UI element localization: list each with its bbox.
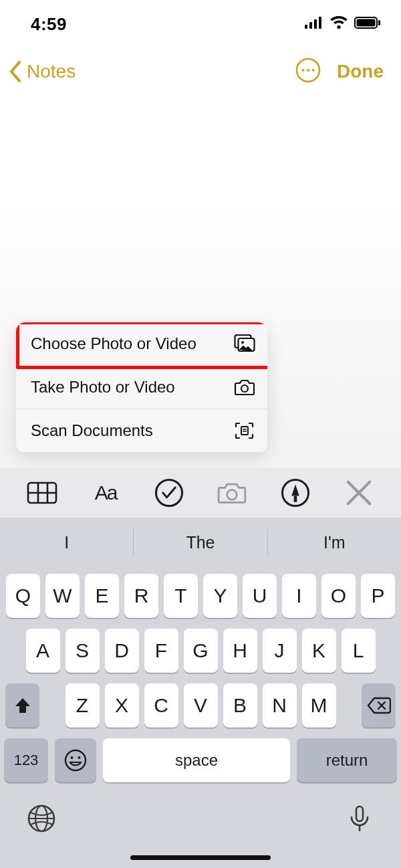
svg-rect-6 bbox=[378, 20, 380, 25]
key-v[interactable]: V bbox=[184, 683, 218, 728]
status-time: 4:59 bbox=[31, 14, 67, 35]
svg-rect-2 bbox=[314, 19, 317, 29]
chevron-left-icon bbox=[8, 60, 23, 83]
globe-icon bbox=[27, 804, 56, 833]
pen-circle-icon bbox=[280, 477, 311, 508]
key-f[interactable]: F bbox=[144, 629, 178, 673]
status-right bbox=[305, 16, 381, 32]
checklist-tool[interactable] bbox=[154, 479, 184, 506]
key-x[interactable]: X bbox=[105, 683, 139, 728]
close-toolbar-button[interactable] bbox=[344, 479, 374, 506]
camera-tool[interactable] bbox=[217, 479, 247, 506]
microphone-icon bbox=[345, 804, 374, 833]
photo-stack-icon bbox=[234, 334, 255, 353]
menu-item-label: Take Photo or Video bbox=[31, 378, 175, 397]
predictive-suggestion[interactable]: I bbox=[0, 518, 133, 567]
key-return[interactable]: return bbox=[297, 738, 397, 782]
key-c[interactable]: C bbox=[144, 683, 178, 728]
key-r[interactable]: R bbox=[124, 574, 158, 618]
done-button[interactable]: Done bbox=[337, 61, 384, 82]
format-toolbar: Aa bbox=[0, 468, 401, 518]
status-bar: 4:59 bbox=[0, 0, 401, 43]
svg-rect-3 bbox=[319, 17, 321, 29]
menu-item-scan-documents[interactable]: Scan Documents bbox=[16, 409, 267, 453]
scan-document-icon bbox=[234, 421, 255, 440]
predictive-suggestion[interactable]: The bbox=[134, 518, 267, 567]
key-w[interactable]: W bbox=[45, 574, 80, 618]
key-o[interactable]: O bbox=[321, 574, 356, 618]
svg-point-14 bbox=[241, 385, 248, 392]
menu-item-take-photo-video[interactable]: Take Photo or Video bbox=[16, 366, 267, 409]
text-format-tool[interactable]: Aa bbox=[90, 479, 121, 506]
backspace-icon bbox=[367, 697, 391, 714]
keyboard-row-1: Q W E R T Y U I O P bbox=[4, 574, 397, 618]
key-k[interactable]: K bbox=[302, 629, 336, 673]
globe-button[interactable] bbox=[27, 804, 56, 833]
key-s[interactable]: S bbox=[65, 629, 100, 673]
svg-point-32 bbox=[78, 756, 81, 759]
checkmark-circle-icon bbox=[154, 477, 184, 508]
keyboard-row-2: A S D F G H J K L bbox=[4, 629, 397, 673]
keyboard-row-3: Z X C V B N M bbox=[4, 683, 397, 728]
key-t[interactable]: T bbox=[164, 574, 198, 618]
svg-rect-1 bbox=[309, 22, 312, 29]
ellipsis-circle-icon bbox=[295, 58, 321, 83]
camera-icon bbox=[234, 378, 255, 397]
svg-point-8 bbox=[301, 69, 304, 72]
key-d[interactable]: D bbox=[105, 629, 139, 673]
key-emoji[interactable] bbox=[55, 738, 96, 782]
svg-point-30 bbox=[65, 750, 86, 770]
key-g[interactable]: G bbox=[184, 629, 218, 673]
table-tool[interactable] bbox=[27, 479, 57, 506]
markup-tool[interactable] bbox=[280, 479, 311, 506]
svg-point-23 bbox=[227, 490, 237, 500]
key-i[interactable]: I bbox=[282, 574, 316, 618]
key-b[interactable]: B bbox=[223, 683, 257, 728]
key-m[interactable]: M bbox=[302, 683, 336, 728]
key-h[interactable]: H bbox=[223, 629, 257, 673]
svg-point-9 bbox=[307, 69, 309, 72]
back-label: Notes bbox=[27, 61, 76, 82]
key-j[interactable]: J bbox=[263, 629, 297, 673]
key-p[interactable]: P bbox=[361, 574, 395, 618]
keyboard: Q W E R T Y U I O P A S D F G H J K L bbox=[0, 567, 401, 868]
menu-item-label: Choose Photo or Video bbox=[31, 334, 196, 353]
cellular-icon bbox=[305, 17, 323, 31]
key-backspace[interactable] bbox=[362, 683, 396, 728]
key-u[interactable]: U bbox=[243, 574, 277, 618]
menu-item-label: Scan Documents bbox=[31, 421, 153, 440]
key-numbers[interactable]: 123 bbox=[4, 738, 48, 782]
shift-icon bbox=[13, 696, 32, 715]
key-l[interactable]: L bbox=[342, 629, 376, 673]
predictive-suggestion[interactable]: I'm bbox=[268, 518, 401, 567]
svg-rect-36 bbox=[356, 806, 363, 821]
svg-point-13 bbox=[241, 341, 244, 344]
svg-rect-25 bbox=[294, 496, 297, 502]
svg-rect-5 bbox=[357, 19, 376, 27]
dictation-button[interactable] bbox=[345, 804, 374, 833]
table-icon bbox=[27, 481, 57, 504]
menu-item-choose-photo-video[interactable]: Choose Photo or Video bbox=[16, 322, 267, 366]
svg-point-31 bbox=[71, 756, 74, 759]
svg-point-22 bbox=[156, 479, 182, 506]
key-n[interactable]: N bbox=[263, 683, 297, 728]
key-shift[interactable] bbox=[5, 683, 39, 728]
more-button[interactable] bbox=[295, 58, 321, 86]
svg-rect-15 bbox=[241, 427, 248, 435]
key-q[interactable]: Q bbox=[6, 574, 40, 618]
keyboard-row-4: 123 space return bbox=[4, 738, 397, 782]
key-z[interactable]: Z bbox=[65, 683, 100, 728]
key-a[interactable]: A bbox=[26, 629, 60, 673]
battery-icon bbox=[354, 17, 381, 31]
home-indicator[interactable] bbox=[130, 855, 271, 860]
camera-icon bbox=[217, 481, 247, 505]
key-y[interactable]: Y bbox=[203, 574, 237, 618]
attachment-menu: Choose Photo or Video Take Photo or Vide… bbox=[16, 322, 267, 453]
predictive-bar: I The I'm bbox=[0, 518, 401, 567]
nav-bar: Notes Done bbox=[0, 52, 401, 91]
close-icon bbox=[344, 477, 374, 508]
key-space[interactable]: space bbox=[103, 738, 290, 782]
emoji-icon bbox=[64, 749, 87, 772]
back-button[interactable]: Notes bbox=[8, 60, 76, 83]
key-e[interactable]: E bbox=[85, 574, 119, 618]
